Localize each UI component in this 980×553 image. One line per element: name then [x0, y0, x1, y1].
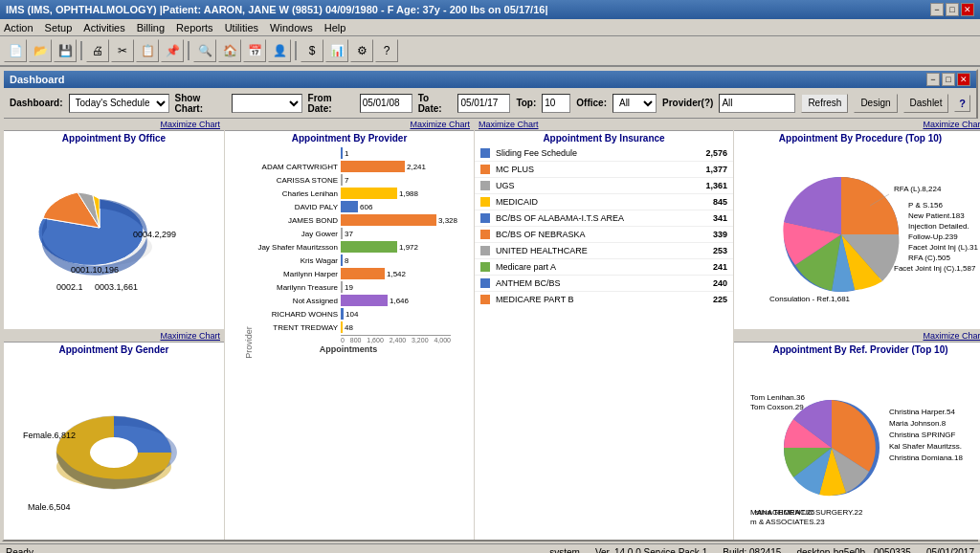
provider-row-5: JAMES BOND 3,328 [240, 214, 470, 226]
provider-row-1: ADAM CARTWRIGHT 2,241 [240, 161, 470, 172]
dashlet-button[interactable]: Dashlet [903, 94, 949, 113]
tool-cut[interactable]: ✂ [111, 39, 134, 62]
show-chart-select[interactable] [232, 94, 301, 113]
svg-text:Christina Domiana.18: Christina Domiana.18 [889, 453, 963, 462]
insurance-color-5 [480, 230, 490, 239]
design-button[interactable]: Design [854, 94, 897, 113]
provider-row-9: Marilynn Harper 1,542 [240, 268, 470, 279]
appt-by-ref-provider-panel: Maximize Chart Appointment By Ref. Provi… [734, 330, 980, 541]
menu-windows[interactable]: Windows [270, 22, 313, 33]
dashboard-title: Dashboard [10, 74, 64, 85]
dashboard-controls-bar: Dashboard: Today's Schedule Show Chart: … [4, 88, 976, 119]
ref-provider-chart-title: Appointment By Ref. Provider (Top 10) [734, 343, 980, 357]
office-select[interactable]: All [612, 94, 657, 113]
svg-text:Female.6,812: Female.6,812 [23, 431, 76, 440]
svg-point-7 [90, 437, 138, 468]
provider-row-4: DAVID PALY 606 [240, 201, 470, 212]
toolbar: 📄 📂 💾 🖨 ✂ 📋 📌 🔍 🏠 📅 👤 $ 📊 ⚙ ? [0, 36, 980, 67]
to-date-input[interactable]: 05/01/17 [457, 94, 510, 113]
menu-setup[interactable]: Setup [45, 22, 73, 33]
tool-reports[interactable]: 📊 [325, 39, 348, 62]
svg-text:Christina Harper.54: Christina Harper.54 [889, 408, 955, 416]
maximize-ref-provider-link[interactable]: Maximize Chart [923, 331, 980, 341]
maximize-provider-link[interactable]: Maximize Chart [410, 120, 470, 129]
dashboard-titlebar: Dashboard − □ ✕ [4, 71, 976, 88]
svg-text:Tom Lenihan.36: Tom Lenihan.36 [750, 393, 805, 402]
tool-patients[interactable]: 👤 [268, 39, 291, 62]
menu-bar: Action Setup Activities Billing Reports … [0, 19, 980, 36]
right-panel: Maximize Chart Appointment By Procedure … [734, 119, 980, 540]
status-system: system [549, 547, 580, 553]
maximize-office-link[interactable]: Maximize Chart [160, 120, 220, 129]
office-chart-title: Appointment By Office [4, 131, 224, 145]
insurance-row-8: ANTHEM BC/BS 240 [475, 276, 733, 292]
charts-grid: Maximize Chart Appointment By Office [4, 119, 976, 540]
provider-row-2: CARISSA STONE 7 [240, 174, 470, 186]
tool-calendar[interactable]: 📅 [243, 39, 266, 62]
insurance-name-3: MEDICAID [496, 197, 713, 207]
top-input[interactable]: 10 [542, 94, 570, 113]
tool-new[interactable]: 📄 [4, 39, 27, 62]
insurance-row-1: MC PLUS 1,377 [475, 162, 733, 178]
svg-text:RFA (L).8,224: RFA (L).8,224 [894, 185, 942, 193]
tool-help[interactable]: ? [375, 39, 398, 62]
insurance-value-7: 241 [713, 262, 727, 272]
insurance-color-8 [480, 278, 490, 288]
insurance-color-6 [480, 246, 490, 255]
tool-search[interactable]: 🔍 [193, 39, 216, 62]
tool-billing[interactable]: $ [301, 39, 323, 62]
tool-settings[interactable]: ⚙ [350, 39, 373, 62]
tool-open[interactable]: 📂 [29, 39, 52, 62]
provider-row-7: Jay Shafer Mauritzsson 1,972 [240, 241, 470, 253]
dashboard-window: Dashboard − □ ✕ Dashboard: Today's Sched… [2, 69, 978, 542]
status-bar: Ready system Ver. 14.0.0 Service Pack 1 … [0, 543, 980, 553]
dashboard-minimize[interactable]: − [926, 73, 940, 86]
menu-billing[interactable]: Billing [137, 22, 165, 33]
menu-reports[interactable]: Reports [176, 22, 213, 33]
tool-copy[interactable]: 📋 [136, 39, 159, 62]
close-button[interactable]: ✕ [961, 3, 974, 16]
insurance-row-0: Sliding Fee Schedule 2,576 [475, 145, 733, 162]
insurance-row-2: UGS 1,361 [475, 178, 733, 194]
dashboard-close[interactable]: ✕ [957, 73, 970, 86]
insurance-color-9 [480, 295, 490, 304]
refresh-button[interactable]: Refresh [801, 94, 848, 113]
insurance-color-0 [480, 148, 490, 158]
menu-activities[interactable]: Activities [83, 22, 124, 33]
status-date: 05/01/2017 [926, 547, 974, 553]
maximize-procedure-link[interactable]: Maximize Chart [923, 120, 980, 129]
maximize-button[interactable]: □ [946, 3, 959, 16]
ref-provider-chart-content: Tom Lenihan.36 Tom Coxson.29 MANAGEMENT.… [734, 357, 980, 541]
maximize-insurance-link[interactable]: Maximize Chart [479, 120, 539, 129]
tool-save[interactable]: 💾 [54, 39, 77, 62]
menu-utilities[interactable]: Utilities [225, 22, 258, 33]
svg-text:m & ASSOCIATES.23: m & ASSOCIATES.23 [750, 518, 825, 526]
dashboard-maximize[interactable]: □ [942, 73, 955, 86]
from-date-input[interactable]: 05/01/08 [360, 94, 412, 113]
insurance-value-6: 253 [713, 246, 727, 255]
svg-text:Follow-Up.239: Follow-Up.239 [908, 232, 958, 241]
provider-input[interactable]: All [719, 94, 795, 113]
svg-text:0003.1,661: 0003.1,661 [95, 282, 138, 292]
status-desktop: desktop-bq5e0b - 0050335 [796, 547, 911, 553]
insurance-row-3: MEDICAID 845 [475, 194, 733, 210]
provider-chart-title: Appointment By Provider [225, 131, 474, 145]
menu-action[interactable]: Action [4, 22, 33, 33]
menu-help[interactable]: Help [324, 22, 346, 33]
insurance-name-7: Medicare part A [496, 262, 713, 272]
insurance-color-4 [480, 213, 490, 223]
help-button[interactable]: ? [954, 95, 970, 112]
tool-home[interactable]: 🏠 [218, 39, 241, 62]
minimize-button[interactable]: − [930, 3, 944, 16]
from-date-label: From Date: [308, 93, 354, 114]
gender-chart-title: Appointment By Gender [4, 343, 224, 357]
insurance-value-8: 240 [713, 278, 727, 288]
dashboard-select[interactable]: Today's Schedule [69, 94, 169, 113]
tool-paste[interactable]: 📌 [161, 39, 184, 62]
maximize-gender-link[interactable]: Maximize Chart [160, 331, 220, 341]
insurance-name-2: UGS [496, 181, 705, 190]
left-panel: Maximize Chart Appointment By Office [4, 119, 224, 540]
provider-row-11: Not Assigned 1,646 [240, 295, 470, 306]
status-version: Ver. 14.0.0 Service Pack 1 [595, 547, 707, 553]
tool-print[interactable]: 🖨 [86, 39, 109, 62]
